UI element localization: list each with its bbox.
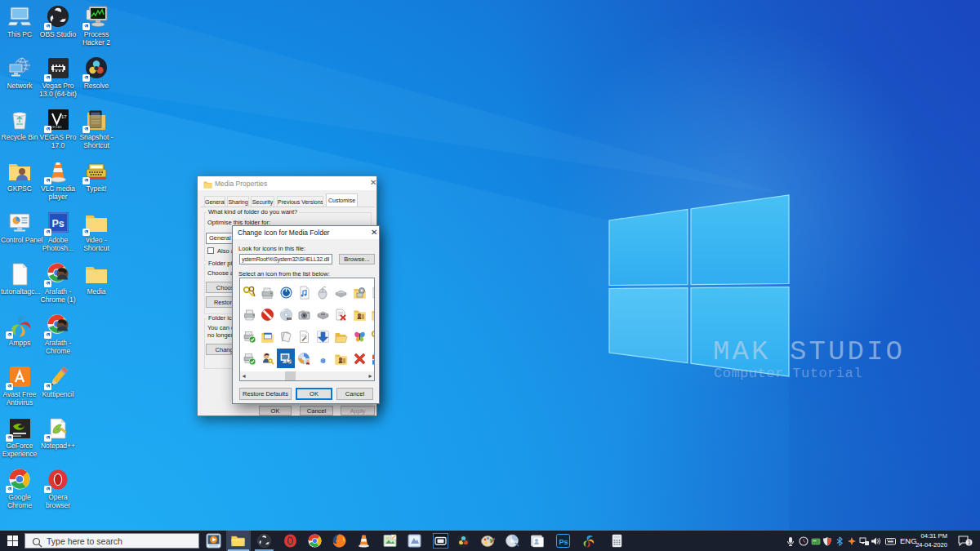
svg-text:Ps: Ps bbox=[559, 538, 568, 546]
svg-text:Ps: Ps bbox=[52, 218, 65, 229]
svg-text:VEGAS: VEGAS bbox=[51, 125, 62, 129]
svg-text:17: 17 bbox=[61, 114, 67, 119]
svg-text:DVD: DVD bbox=[287, 317, 292, 320]
svg-text:1: 1 bbox=[968, 540, 971, 545]
